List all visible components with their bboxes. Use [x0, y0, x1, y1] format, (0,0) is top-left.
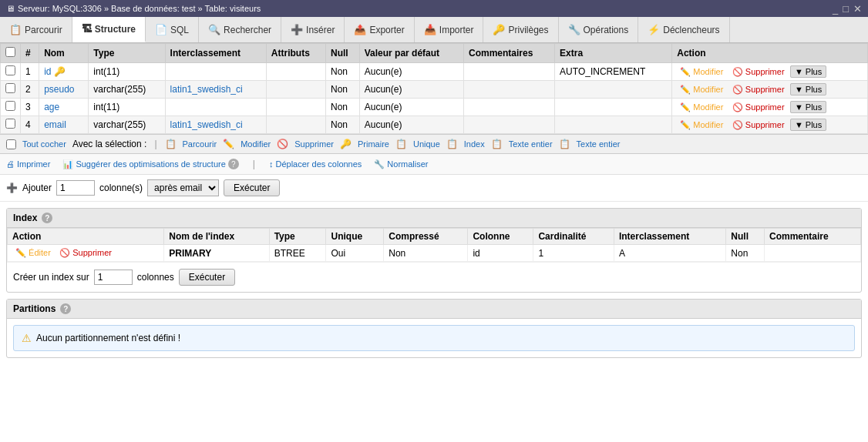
tab-structure-icon: 🏗	[82, 23, 92, 35]
tab-privileges[interactable]: 🔑Privilèges	[483, 17, 558, 42]
partitions-help-icon[interactable]: ?	[60, 303, 71, 314]
maximize-icon[interactable]: □	[843, 3, 849, 15]
check-all-bottom[interactable]	[6, 139, 16, 149]
ajouter-label: Ajouter	[22, 182, 52, 193]
add-columns-input[interactable]	[56, 180, 95, 196]
row-commentaires	[463, 116, 554, 134]
row-checkbox-0[interactable]	[5, 65, 15, 75]
idx-delete-btn-0[interactable]: 🚫 Supprimer	[56, 247, 115, 259]
row-nom: pseudo	[39, 81, 89, 99]
plus-btn-1[interactable]: ▼ Plus	[790, 83, 826, 95]
supprimer-btn-2[interactable]: 🚫 Supprimer	[729, 102, 788, 113]
close-icon[interactable]: ✕	[853, 3, 862, 15]
minimize-icon[interactable]: _	[833, 3, 838, 15]
tab-structure[interactable]: 🏗Structure	[72, 17, 146, 42]
index-header-row: Action Nom de l'index Type Unique Compre…	[8, 229, 861, 245]
modifier-btn-2[interactable]: ✏️ Modifier	[677, 102, 726, 113]
idx-edit-btn-0[interactable]: ✏️ Éditer	[12, 247, 54, 259]
parcourir-sel-link[interactable]: Parcourir	[183, 139, 217, 149]
tab-importer-icon: 📥	[424, 24, 436, 35]
edit-icon-sel: ✏️	[223, 139, 234, 149]
plus-btn-0[interactable]: ▼ Plus	[790, 65, 826, 78]
normalize-icon: 🔧	[374, 159, 385, 169]
texte-entier1-link[interactable]: Texte entier	[509, 139, 553, 149]
select-all-checkbox[interactable]	[5, 47, 15, 57]
tab-importer[interactable]: 📥Importer	[415, 17, 484, 42]
index-panel: Index ? Action Nom de l'index Type Uniqu…	[6, 208, 862, 293]
col-attributs: Attributs	[266, 44, 325, 63]
plus-btn-2[interactable]: ▼ Plus	[790, 101, 826, 113]
delete-icon-sel: 🚫	[277, 139, 288, 149]
interclassement-link[interactable]: latin1_swedish_ci	[170, 119, 243, 130]
tools-sep: |	[251, 159, 257, 169]
texte-entier2-link[interactable]: Texte entier	[577, 139, 621, 149]
supprimer-sel-link[interactable]: Supprimer	[294, 139, 334, 149]
server-icon: 🖥	[6, 4, 15, 13]
tab-operations-label: Opérations	[584, 25, 629, 35]
suggest-icon: 📊	[62, 159, 73, 169]
plus-btn-3[interactable]: ▼ Plus	[790, 119, 826, 131]
nom-link[interactable]: email	[44, 119, 66, 130]
row-checkbox-1[interactable]	[5, 83, 15, 93]
supprimer-btn-0[interactable]: 🚫 Supprimer	[729, 66, 788, 78]
row-valeur-defaut: Aucun(e)	[359, 116, 463, 134]
interclassement-link[interactable]: latin1_swedish_ci	[170, 84, 243, 95]
tab-operations[interactable]: 🔧Opérations	[559, 17, 639, 42]
nom-link[interactable]: pseudo	[44, 84, 74, 95]
imprimer-link[interactable]: 🖨 Imprimer	[6, 159, 50, 169]
tab-rechercher[interactable]: 🔍Rechercher	[199, 17, 281, 42]
tab-inserer[interactable]: ➕Insérer	[281, 17, 345, 42]
normaliser-link[interactable]: 🔧 Normaliser	[374, 159, 428, 169]
row-num: 4	[21, 116, 39, 134]
row-type: varchar(255)	[89, 81, 165, 99]
row-valeur-defaut: Aucun(e)	[359, 81, 463, 99]
idx-col-null: Null	[726, 229, 765, 245]
nom-link[interactable]: id	[44, 66, 51, 77]
table-row: 3 age int(11) Non Aucun(e) ✏️ Modifier 🚫…	[1, 99, 868, 116]
row-actions: ✏️ Modifier 🚫 Supprimer ▼ Plus	[672, 81, 868, 99]
unique-icon-sel: 📋	[395, 139, 407, 149]
tout-cocher-link[interactable]: Tout cocher	[22, 139, 66, 149]
suggest-help-icon[interactable]: ?	[228, 159, 239, 169]
structure-table: # Nom Type Interclassement Attributs Nul…	[0, 43, 868, 134]
row-checkbox-2[interactable]	[5, 101, 15, 111]
nom-link[interactable]: age	[44, 102, 59, 112]
row-checkbox-3[interactable]	[5, 119, 15, 129]
print-icon: 🖨	[6, 159, 15, 169]
unique-sel-link[interactable]: Unique	[413, 139, 440, 149]
index-help-icon[interactable]: ?	[42, 213, 52, 223]
texte-icon-sel1: 📋	[491, 139, 503, 149]
row-nom: id 🔑	[39, 63, 89, 81]
index-executer-button[interactable]: Exécuter	[179, 269, 235, 286]
primaire-sel-link[interactable]: Primaire	[358, 139, 389, 149]
tab-sql[interactable]: 📄SQL	[146, 17, 199, 42]
modifier-sel-link[interactable]: Modifier	[241, 139, 271, 149]
tab-operations-icon: 🔧	[568, 24, 580, 35]
modifier-btn-0[interactable]: ✏️ Modifier	[677, 66, 726, 78]
row-type: int(11)	[89, 99, 165, 116]
row-interclassement	[165, 63, 266, 81]
tab-importer-label: Importer	[439, 25, 474, 35]
supprimer-btn-1[interactable]: 🚫 Supprimer	[729, 84, 788, 95]
row-num: 3	[21, 99, 39, 116]
tab-rechercher-icon: 🔍	[208, 24, 220, 35]
row-actions: ✏️ Modifier 🚫 Supprimer ▼ Plus	[672, 116, 868, 134]
deplacer-link[interactable]: ↕ Déplacer des colonnes	[269, 159, 362, 169]
index-header: Index ?	[7, 209, 861, 228]
index-sel-link[interactable]: Index	[464, 139, 485, 149]
position-select[interactable]: après email en fin au début	[147, 179, 219, 196]
row-extra	[555, 99, 672, 116]
modifier-btn-3[interactable]: ✏️ Modifier	[677, 119, 726, 131]
tab-declencheurs[interactable]: ⚡Déclencheurs	[638, 17, 729, 42]
supprimer-btn-3[interactable]: 🚫 Supprimer	[729, 119, 788, 131]
add-executer-button[interactable]: Exécuter	[224, 179, 280, 196]
tab-structure-label: Structure	[95, 24, 136, 35]
partitions-warning: ⚠ Aucun partitionnement n'est défini !	[13, 325, 855, 351]
row-commentaires	[463, 63, 554, 81]
tab-exporter[interactable]: 📤Exporter	[345, 17, 414, 42]
modifier-btn-1[interactable]: ✏️ Modifier	[677, 84, 726, 95]
suggerer-link[interactable]: 📊 Suggérer des optimisations de structur…	[62, 159, 238, 169]
row-interclassement: latin1_swedish_ci	[165, 116, 266, 134]
index-columns-input[interactable]	[94, 270, 133, 285]
tab-parcourir[interactable]: 📋Parcourir	[0, 17, 72, 42]
